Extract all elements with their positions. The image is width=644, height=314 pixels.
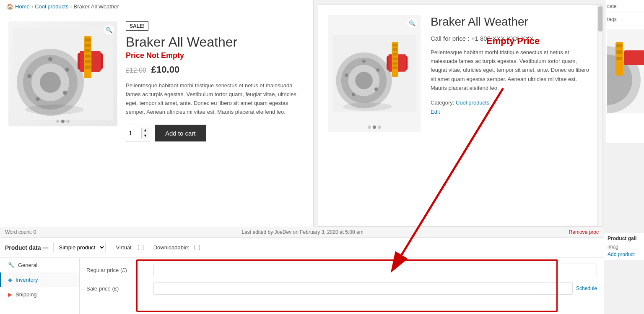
add-to-cart-row: 1 ▲ ▼ Add to cart	[126, 125, 305, 141]
product-gallery-title: Product gall	[608, 236, 641, 241]
svg-point-4	[40, 72, 61, 93]
far-right-image-partial	[607, 29, 644, 113]
tab-inventory-label: Inventory	[16, 277, 38, 283]
far-right-panel: cate tags	[605, 0, 644, 144]
svg-rect-16	[85, 55, 91, 58]
regular-price-input[interactable]	[153, 264, 597, 276]
product-type-select[interactable]: Simple product	[53, 242, 106, 253]
zoom-icon-right[interactable]: 🔍	[407, 18, 417, 28]
category-label: Category:	[431, 99, 454, 106]
scrollbar-thumb[interactable]	[598, 6, 602, 31]
svg-rect-13	[85, 38, 91, 42]
add-to-cart-button[interactable]: Add to cart	[155, 125, 206, 141]
svg-rect-18	[85, 65, 91, 69]
svg-point-28	[352, 93, 355, 96]
svg-point-5	[48, 57, 52, 61]
product-description-right: Pellentesque habitant morbi tristique se…	[431, 48, 592, 93]
product-preview-left: 🔍 SALE! Braker All Weather Price Not Emp…	[0, 13, 313, 150]
svg-rect-46	[616, 57, 622, 60]
price-area: £12.00 £10.00	[126, 64, 305, 75]
image-widget-area	[605, 26, 644, 144]
dot-r-1	[368, 126, 371, 129]
product-title-right: Braker All Weather	[431, 15, 592, 29]
product-data-header: Product data — Simple product Virtual: D…	[0, 238, 604, 258]
svg-point-26	[376, 68, 379, 72]
svg-rect-14	[85, 44, 91, 47]
regular-price-label: Regular price (£)	[86, 267, 153, 273]
edit-link[interactable]: Edit	[431, 109, 440, 115]
original-price: £12.00	[126, 67, 146, 74]
svg-point-25	[362, 60, 366, 63]
tab-shipping[interactable]: ▶ Shipping	[0, 287, 79, 302]
breadcrumb-home-link[interactable]: Home	[15, 3, 30, 10]
quantity-field[interactable]: 1	[126, 130, 141, 136]
add-product-image-link[interactable]: Add product	[608, 251, 641, 257]
right-product-preview: 🔍 Braker All Weather Call for price : +1…	[318, 4, 603, 227]
svg-rect-37	[392, 62, 397, 65]
tab-inventory[interactable]: ◆ Inventory	[0, 272, 79, 287]
svg-rect-34	[392, 48, 397, 51]
image-dots-right	[368, 126, 381, 129]
tab-general-label: General	[18, 262, 37, 268]
svg-rect-47	[624, 50, 644, 65]
downloadable-label: Downloadable:	[153, 244, 190, 251]
category-link[interactable]: Cool products	[456, 99, 489, 106]
qty-up-arrow[interactable]: ▲	[141, 128, 149, 133]
virtual-label: Virtual:	[116, 244, 132, 251]
tab-general[interactable]: 🔧 General	[0, 258, 79, 272]
regular-price-input-wrapper	[153, 264, 597, 276]
product-image-svg	[13, 28, 113, 120]
product-data-label: Product data —	[5, 244, 48, 251]
product-image-right: 🔍	[328, 15, 421, 132]
product-gallery-widget: Product gall imag Add product	[604, 233, 644, 260]
tab-shipping-label: Shipping	[16, 291, 37, 298]
dot-2	[61, 120, 65, 123]
shipping-icon: ▶	[8, 291, 12, 298]
svg-point-24	[355, 72, 373, 89]
zoom-icon-left[interactable]: 🔍	[104, 25, 114, 35]
dot-1	[56, 120, 60, 123]
sale-price-row: Sale price (£) Schedule	[86, 282, 597, 295]
breadcrumb-current: Braker All Weather	[74, 3, 119, 10]
breadcrumb-cool-products-link[interactable]: Cool products	[35, 3, 68, 10]
last-edited: Last edited by JoeDev on February 3, 202…	[242, 229, 363, 235]
svg-rect-38	[392, 66, 397, 69]
category-line: Category: Cool products	[431, 99, 592, 106]
schedule-link[interactable]: Schedule	[576, 285, 597, 291]
breadcrumb: 🏠 Home › Cool products › Braker All Weat…	[0, 0, 313, 13]
svg-rect-33	[392, 44, 397, 47]
svg-rect-36	[392, 58, 397, 60]
empty-price-annotation: Empty Price	[486, 36, 540, 47]
sale-badge: SALE!	[126, 21, 148, 31]
product-image-right-svg	[332, 19, 416, 128]
qty-down-arrow[interactable]: ▼	[141, 133, 149, 139]
dot-r-3	[378, 126, 381, 129]
inventory-icon: ◆	[8, 277, 12, 283]
svg-rect-44	[616, 44, 622, 47]
svg-point-9	[27, 74, 31, 78]
quantity-input[interactable]: 1 ▲ ▼	[126, 125, 150, 141]
product-data-body: 🔧 General ◆ Inventory ▶ Shipping Regular…	[0, 258, 604, 314]
dot-3	[66, 120, 70, 123]
product-image-left: 🔍	[8, 21, 117, 126]
remove-proc-link[interactable]: Remove proc	[569, 229, 599, 235]
product-image-label: imag	[608, 244, 641, 250]
product-title-left: Braker All Weather	[126, 35, 305, 50]
downloadable-checkbox[interactable]	[195, 245, 200, 250]
product-data-tabs: 🔧 General ◆ Inventory ▶ Shipping	[0, 258, 80, 314]
admin-bottom-section: Word count: 0 Last edited by JoeDev on F…	[0, 227, 604, 314]
tags-widget-label: tags	[605, 13, 644, 26]
svg-rect-17	[85, 60, 91, 63]
virtual-checkbox[interactable]	[138, 245, 143, 250]
dot-r-2	[373, 126, 376, 129]
category-widget-label: cate	[605, 0, 644, 13]
svg-point-27	[374, 87, 378, 91]
svg-rect-35	[392, 53, 397, 56]
scrollbar-right[interactable]	[597, 5, 602, 227]
regular-price-row: Regular price (£)	[86, 264, 597, 276]
general-icon: 🔧	[8, 262, 15, 268]
breadcrumb-sep2: ›	[70, 3, 72, 10]
svg-rect-15	[85, 49, 91, 52]
sale-price-input[interactable]	[153, 282, 573, 295]
product-preview-right: 🔍 Braker All Weather Call for price : +1…	[318, 5, 602, 142]
